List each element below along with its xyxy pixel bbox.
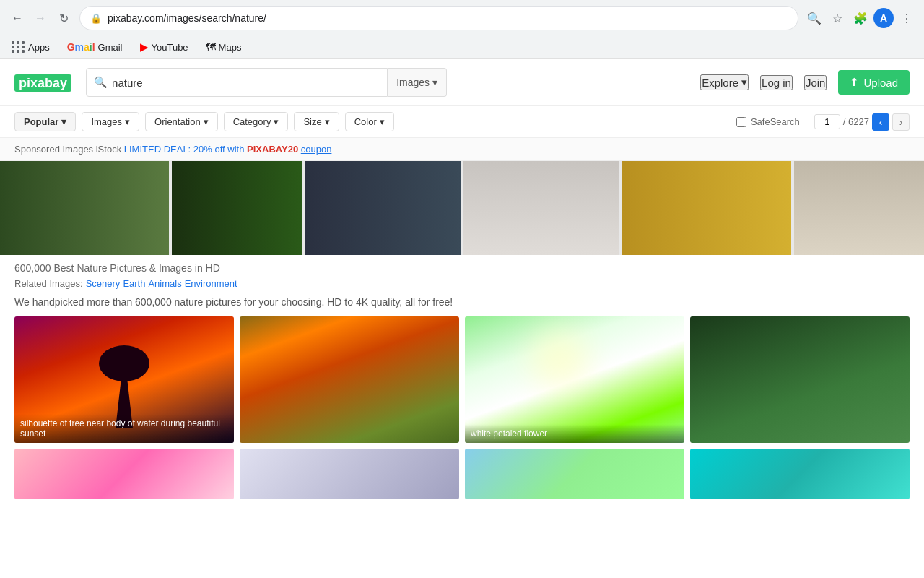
coupon-link[interactable]: coupon <box>301 144 332 155</box>
hero-image-row <box>0 161 924 255</box>
bookmark-star-button[interactable]: ☆ <box>827 8 847 28</box>
chevron-icon: ▾ <box>204 116 209 127</box>
forward-button[interactable]: → <box>30 8 51 28</box>
lock-icon: 🔒 <box>90 13 102 24</box>
search-input-wrap: 🔍 <box>86 68 388 97</box>
hero-image-2[interactable] <box>172 161 302 255</box>
pagination-wrap: / 6227 ‹ › <box>814 113 910 131</box>
filter-orientation[interactable]: Orientation ▾ <box>145 112 218 131</box>
filter-bar: Popular ▾ Images ▾ Orientation ▾ Categor… <box>0 106 924 138</box>
bookmark-maps[interactable]: 🗺 Maps <box>201 40 246 54</box>
chevron-icon: ▾ <box>380 116 385 127</box>
upload-icon: ⬆ <box>850 76 859 89</box>
filter-images[interactable]: Images ▾ <box>82 112 139 131</box>
header-right: Explore ▾ Log in Join ⬆ Upload <box>700 70 910 95</box>
toolbar-icons: 🔍 ☆ 🧩 A ⋮ <box>804 8 917 28</box>
bottom-image-2[interactable] <box>240 449 459 499</box>
search-type-label: Images <box>396 77 430 88</box>
apps-label: Apps <box>28 42 50 53</box>
join-button[interactable]: Join <box>804 75 827 90</box>
hero-image-3[interactable] <box>305 161 461 255</box>
menu-button[interactable]: ⋮ <box>897 8 917 28</box>
browser-toolbar: ← → ↻ 🔒 pixabay.com/images/search/nature… <box>0 0 924 36</box>
filter-category[interactable]: Category ▾ <box>224 112 289 131</box>
page-total: / 6227 <box>843 116 869 127</box>
address-bar[interactable]: 🔒 pixabay.com/images/search/nature/ <box>79 6 798 30</box>
back-button[interactable]: ← <box>7 8 27 28</box>
search-icon-button[interactable]: 🔍 <box>804 8 824 28</box>
upload-button[interactable]: ⬆ Upload <box>838 70 910 95</box>
bottom-image-3[interactable] <box>465 449 684 499</box>
page-input[interactable] <box>814 114 840 129</box>
pixabay-logo[interactable]: pixabay <box>14 73 71 92</box>
safesearch-label: SafeSearch <box>751 116 800 127</box>
grid-image-1[interactable]: silhouette of tree near body of water du… <box>14 316 234 443</box>
next-page-button[interactable]: › <box>892 113 910 131</box>
maps-label: Maps <box>219 42 242 53</box>
chevron-icon: ▾ <box>125 116 130 127</box>
related-earth[interactable]: Earth <box>123 278 145 289</box>
search-bar: 🔍 Images ▾ <box>86 68 447 97</box>
explore-chevron-icon: ▾ <box>741 76 747 89</box>
hero-image-4[interactable] <box>463 161 619 255</box>
related-label: Related Images: <box>14 278 83 289</box>
hero-image-1[interactable] <box>0 161 169 255</box>
account-button[interactable]: A <box>873 8 894 28</box>
reload-button[interactable]: ↻ <box>53 8 74 28</box>
safesearch-checkbox[interactable] <box>736 117 746 127</box>
maps-icon: 🗺 <box>206 41 216 53</box>
filter-color[interactable]: Color ▾ <box>345 112 394 131</box>
bottom-image-1[interactable] <box>14 449 234 499</box>
hero-image-6[interactable] <box>794 161 924 255</box>
filter-size[interactable]: Size ▾ <box>294 112 339 131</box>
bottom-image-row <box>0 449 924 499</box>
gmail-icon: Gmail <box>67 41 95 53</box>
sponsored-banner: Sponsored Images iStock LIMITED DEAL: 20… <box>0 138 924 161</box>
description-text: We handpicked more than 600,000 nature p… <box>0 290 924 316</box>
grid-image-2[interactable] <box>240 316 459 443</box>
bookmark-youtube[interactable]: ▶ YouTube <box>136 39 193 55</box>
explore-button[interactable]: Explore ▾ <box>700 74 749 90</box>
image-caption-3: white petaled flower <box>465 424 684 443</box>
sponsored-text: Sponsored Images iStock <box>14 144 121 155</box>
image-caption-1: silhouette of tree near body of water du… <box>14 414 234 443</box>
filter-popular[interactable]: Popular ▾ <box>14 112 76 131</box>
safesearch-wrap: SafeSearch <box>736 116 800 127</box>
youtube-icon: ▶ <box>140 40 149 53</box>
prev-page-button[interactable]: ‹ <box>872 113 889 131</box>
related-scenery[interactable]: Scenery <box>86 278 121 289</box>
apps-grid-icon <box>12 41 25 53</box>
search-type-dropdown[interactable]: Images ▾ <box>388 68 447 97</box>
pixabay-header: pixabay 🔍 Images ▾ Explore ▾ Log in Join <box>0 59 924 106</box>
bookmark-gmail[interactable]: Gmail Gmail <box>63 40 127 54</box>
bottom-image-4[interactable] <box>690 449 910 499</box>
extensions-button[interactable]: 🧩 <box>850 8 871 28</box>
gmail-label: Gmail <box>98 42 123 53</box>
hero-image-5[interactable] <box>622 161 791 255</box>
search-input[interactable] <box>112 77 380 89</box>
chevron-icon: ▾ <box>274 116 279 127</box>
related-animals[interactable]: Animals <box>148 278 181 289</box>
deal-text: LIMITED DEAL: 20% off with <box>124 144 245 155</box>
page-content: pixabay 🔍 Images ▾ Explore ▾ Log in Join <box>0 59 924 499</box>
bookmark-apps[interactable]: Apps <box>7 40 54 54</box>
search-icon: 🔍 <box>94 76 108 89</box>
stats-row: 600,000 Best Nature Pictures & Images in… <box>0 255 924 277</box>
login-button[interactable]: Log in <box>760 75 793 90</box>
nav-buttons: ← → ↻ <box>7 8 74 28</box>
chevron-icon: ▾ <box>61 116 66 127</box>
chevron-down-icon: ▾ <box>432 77 437 88</box>
youtube-label: YouTube <box>152 42 188 53</box>
stats-title: 600,000 Best Nature Pictures & Images in… <box>14 262 910 274</box>
main-image-grid: silhouette of tree near body of water du… <box>0 316 924 449</box>
grid-image-4[interactable] <box>690 316 910 443</box>
bookmarks-bar: Apps Gmail Gmail ▶ YouTube 🗺 Maps <box>0 36 924 59</box>
explore-label: Explore <box>702 77 738 89</box>
address-text: pixabay.com/images/search/nature/ <box>108 12 788 24</box>
browser-chrome: ← → ↻ 🔒 pixabay.com/images/search/nature… <box>0 0 924 59</box>
promo-code: PIXABAY20 <box>247 144 298 155</box>
related-environment[interactable]: Environment <box>185 278 237 289</box>
chevron-icon: ▾ <box>325 116 330 127</box>
related-row: Related Images: Scenery Earth Animals En… <box>0 277 924 290</box>
grid-image-3[interactable]: white petaled flower <box>465 316 684 443</box>
